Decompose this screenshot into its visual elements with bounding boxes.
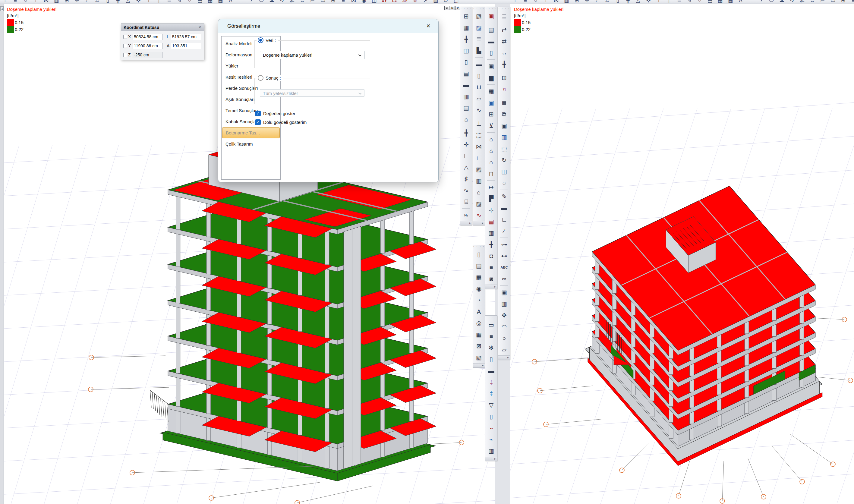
auto-label-icon[interactable]: ABC bbox=[498, 262, 510, 273]
query-tool-icon[interactable]: ? bbox=[246, 0, 256, 4]
image-tool-icon[interactable]: ▦ bbox=[725, 0, 735, 4]
wall-tool-icon[interactable]: ▥ bbox=[51, 0, 61, 4]
frame-page-icon[interactable]: ▦ bbox=[485, 86, 497, 97]
window-grid-icon[interactable]: ▦ bbox=[473, 272, 485, 283]
probe-tool-icon[interactable]: ⍼ bbox=[287, 0, 297, 4]
ellipse-tool-icon[interactable]: ⬭ bbox=[766, 0, 777, 4]
circle-small-icon[interactable]: ○ bbox=[498, 332, 510, 344]
camera-box-icon[interactable]: ◉ bbox=[473, 283, 485, 294]
line-tool-icon[interactable]: ∕ bbox=[82, 0, 92, 4]
copy-red-icon[interactable]: ▣ bbox=[485, 11, 497, 22]
close-icon[interactable]: ✕ bbox=[425, 23, 432, 30]
arrange-windows-icon[interactable]: ◫ bbox=[498, 166, 510, 177]
comment-tool-icon[interactable]: ❞ bbox=[746, 0, 756, 4]
hatch-region-icon[interactable]: ▧ bbox=[473, 352, 485, 363]
funnel-sheet-icon[interactable]: ▽ bbox=[485, 399, 497, 411]
toolbar-grip[interactable]: · · · · bbox=[460, 7, 472, 11]
probe-tool-icon[interactable]: ⍼ bbox=[797, 0, 807, 4]
plug-tool-icon[interactable]: ⊷ bbox=[498, 250, 510, 262]
measure-tool-icon[interactable]: ⊢ bbox=[308, 0, 318, 4]
stairs-step-icon[interactable]: ≣ bbox=[473, 34, 485, 45]
coordinate-xy-icon[interactable]: XY bbox=[379, 0, 389, 4]
calc-tool-icon[interactable]: ⊞ bbox=[838, 0, 848, 4]
library-icon[interactable]: ⌸ bbox=[460, 196, 472, 208]
x-input[interactable]: 50524.58 cm bbox=[133, 34, 162, 40]
curtain-icon[interactable]: ▥ bbox=[473, 175, 485, 186]
region-icon[interactable]: ▨ bbox=[473, 198, 485, 210]
move-sheet-icon[interactable]: ✥ bbox=[498, 310, 510, 321]
show-values-checkbox[interactable]: ✓ bbox=[255, 111, 261, 116]
hatch-tool-icon[interactable]: ▧ bbox=[431, 0, 441, 4]
wall-sheet-icon[interactable]: ▥ bbox=[485, 445, 497, 457]
clipboard-copy-icon[interactable]: ▣ bbox=[498, 120, 510, 131]
ramp-tool-icon[interactable]: ∿ bbox=[787, 0, 797, 4]
grid-tool-icon[interactable]: ⊞ bbox=[571, 0, 582, 4]
panel-tool-icon[interactable]: ▤ bbox=[705, 0, 715, 4]
a-input[interactable]: 193.351 bbox=[171, 43, 201, 49]
detail-page-icon[interactable]: ◙ bbox=[485, 273, 497, 285]
press-page-icon[interactable]: ⊓ bbox=[485, 168, 497, 179]
coordinate-box-title[interactable]: Koordinat Kutusu × bbox=[121, 24, 204, 31]
pier-icon[interactable]: ▯ bbox=[473, 70, 485, 82]
view-tool-icon[interactable]: ◉ bbox=[359, 0, 369, 4]
nav-item-celik-tasarim[interactable]: Çelik Tasarım bbox=[221, 138, 280, 149]
house-page-icon[interactable]: ⌂ bbox=[485, 133, 497, 145]
spline-red-icon[interactable]: ∿ bbox=[473, 210, 485, 221]
polygon-small-icon[interactable]: ▱ bbox=[498, 344, 510, 355]
column-check-icon[interactable]: ▯ bbox=[485, 47, 497, 58]
node-edit-icon[interactable]: ╋ bbox=[460, 34, 472, 45]
snap-tool-icon[interactable]: ⊹ bbox=[133, 0, 144, 4]
anchor-page-icon[interactable]: ⊻ bbox=[485, 120, 497, 131]
calc-tool-icon[interactable]: ⊞ bbox=[328, 0, 338, 4]
eraser-tool-icon[interactable]: ▱ bbox=[92, 0, 103, 4]
snap-tool-icon[interactable]: ⊹ bbox=[643, 0, 654, 4]
three-point-icon[interactable]: 3P bbox=[400, 0, 410, 4]
toolbar-grip[interactable]: · · · · bbox=[473, 7, 485, 11]
beam-sheet-icon[interactable]: ▬ bbox=[485, 365, 497, 377]
node-page-icon[interactable]: ╋ bbox=[485, 239, 497, 250]
grid-tool-icon[interactable]: ⊞ bbox=[61, 0, 72, 4]
mesh-grid-icon[interactable]: ▨ bbox=[473, 22, 485, 34]
axis-tool-icon[interactable]: ✛ bbox=[72, 0, 82, 4]
apartment-page-icon[interactable]: ⌂ bbox=[485, 145, 497, 157]
frame-tool-icon[interactable]: ▦ bbox=[715, 0, 725, 4]
toolbar-expand-icon[interactable]: ▸ bbox=[473, 363, 485, 367]
toolbar-grip[interactable]: · · · · bbox=[498, 7, 510, 11]
arrow-tool-icon[interactable]: ↗ bbox=[420, 0, 431, 4]
factory-page-icon[interactable]: ⌂ bbox=[485, 157, 497, 168]
mirror-tool-icon[interactable]: ⋈ bbox=[551, 0, 561, 4]
building-block-icon[interactable]: ▙ bbox=[473, 45, 485, 56]
slash-tool-icon[interactable]: ∕ bbox=[498, 225, 510, 237]
corner-frame-icon[interactable]: ∟ bbox=[473, 152, 485, 164]
sonuc-radio[interactable] bbox=[258, 75, 264, 81]
node-tool-icon[interactable]: ╋ bbox=[623, 0, 633, 4]
rebar-red-icon[interactable]: ‡ bbox=[485, 377, 497, 388]
pages-icon[interactable]: ▣ bbox=[485, 97, 497, 109]
column-tool-icon[interactable]: ▯ bbox=[103, 0, 113, 4]
cloud-tool-icon[interactable]: ☁ bbox=[777, 0, 787, 4]
corner-pen-icon[interactable]: ∟ bbox=[460, 150, 472, 162]
font-tool-icon[interactable]: A bbox=[225, 0, 236, 4]
frame-tool-icon[interactable]: ▦ bbox=[205, 0, 215, 4]
grid-page-icon[interactable]: ⊞ bbox=[485, 109, 497, 120]
anchor-frame-icon[interactable]: ⊥ bbox=[473, 118, 485, 129]
offset-tool-icon[interactable]: ↔ bbox=[297, 0, 308, 4]
copy-page-icon[interactable]: ▣ bbox=[485, 60, 497, 72]
support-tool-icon[interactable]: ⊥ bbox=[510, 0, 520, 4]
column-edit-icon[interactable]: ▯ bbox=[460, 56, 472, 68]
select-copy-icon[interactable]: ⇄ bbox=[498, 24, 510, 36]
sonuc-dropdown[interactable]: Tüm yetersizlikler bbox=[260, 89, 364, 97]
color-scale-icon[interactable]: ▆ bbox=[485, 72, 497, 84]
mailbox-icon[interactable]: ⊠ bbox=[473, 340, 485, 352]
veri-radio[interactable] bbox=[258, 37, 264, 43]
doc-red-icon[interactable]: ▤ bbox=[485, 216, 497, 227]
toolbar-grip[interactable]: · · · · bbox=[485, 316, 497, 319]
section-planes-icon[interactable]: ⧉ bbox=[498, 109, 510, 120]
pipe-wrench-icon[interactable]: ⊶ bbox=[498, 239, 510, 250]
align-page-icon[interactable]: ≡ bbox=[485, 331, 497, 342]
i-beam-icon[interactable]: ▬ bbox=[498, 202, 510, 214]
marquee-select-icon[interactable]: ⬚ bbox=[498, 143, 510, 154]
section-red-icon[interactable]: ⌁ bbox=[485, 422, 497, 434]
bracket-tool-icon[interactable]: ∟ bbox=[498, 214, 510, 225]
dots-circle-icon[interactable]: ◌ bbox=[498, 177, 510, 189]
